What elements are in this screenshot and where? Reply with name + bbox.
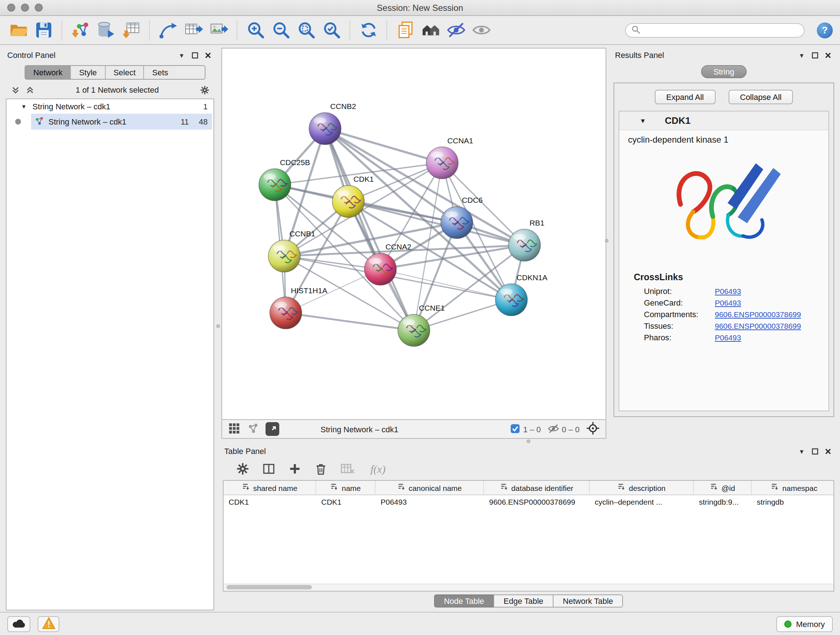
network-file-import-icon (71, 20, 90, 40)
search-input[interactable] (644, 26, 798, 35)
table-row[interactable]: CDK1 CDK1 P06493 9606.ENSP00000378699 cy… (224, 495, 834, 510)
collection-collapse-icon[interactable]: ▼ (21, 103, 27, 110)
memory-button[interactable]: Memory (777, 616, 833, 632)
birdseye-view-icon[interactable] (247, 422, 259, 436)
open-session-button[interactable] (7, 19, 29, 41)
save-session-button[interactable] (33, 19, 54, 41)
column-header-name[interactable]: name (316, 481, 376, 494)
float-panel-button[interactable]: ▾ (797, 446, 807, 456)
collapse-all-button[interactable]: Collapse All (729, 90, 793, 104)
maximize-panel-button[interactable] (189, 50, 200, 60)
crosslink-link[interactable]: P06493 (715, 333, 741, 342)
import-table-button[interactable] (120, 19, 142, 41)
tab-sets[interactable]: Sets (144, 66, 176, 79)
selected-checkbox-icon[interactable] (510, 423, 520, 435)
cloud-status-button[interactable] (7, 616, 30, 632)
tab-node-table[interactable]: Node Table (434, 594, 494, 608)
column-header-namespace[interactable]: namespac (752, 481, 834, 494)
export-image-button[interactable] (208, 19, 229, 41)
network-graph[interactable]: CCNB2CCNA1CDC25BCDK1CDC6RB1CCNB1CCNA2CDK… (222, 49, 606, 419)
cell-shared-name[interactable]: CDK1 (224, 495, 316, 510)
network-collection-row[interactable]: ▼ String Network – cdk1 1 (6, 99, 213, 113)
gene-entry-header[interactable]: ▼ CDK1 (619, 111, 829, 130)
network-list-item[interactable]: String Network – cdk1 11 48 (6, 113, 213, 130)
entry-collapse-icon[interactable]: ▼ (639, 117, 646, 124)
show-columns-icon[interactable] (262, 462, 276, 477)
cell-canonical-name[interactable]: P06493 (376, 495, 484, 510)
detach-view-button[interactable] (265, 422, 279, 436)
maximize-panel-button[interactable] (810, 50, 820, 60)
tab-edge-table[interactable]: Edge Table (493, 594, 554, 608)
horizontal-splitter[interactable] (221, 439, 836, 444)
maximize-panel-button[interactable] (810, 446, 820, 456)
warnings-button[interactable] (38, 616, 59, 632)
export-table-button[interactable] (182, 19, 204, 41)
zoom-fit-button[interactable] (295, 19, 317, 41)
network-node-rb1[interactable]: RB1 (508, 219, 545, 261)
hidden-eye-slash-icon[interactable] (547, 423, 559, 435)
vertical-splitter-handle[interactable] (605, 239, 608, 242)
network-node-cdc25b[interactable]: CDC25B (259, 158, 310, 201)
crosslink-link[interactable]: P06493 (715, 298, 741, 307)
network-node-hist1h1a[interactable]: HIST1H1A (270, 287, 328, 329)
zoom-out-button[interactable] (270, 19, 292, 41)
cell-id[interactable]: stringdb:9... (694, 495, 752, 510)
cell-name[interactable]: CDK1 (316, 495, 376, 510)
zoom-selected-button[interactable] (321, 19, 342, 41)
cell-namespace[interactable]: stringdb (752, 495, 834, 510)
crosslink-link[interactable]: 9606.ENSP00000378699 (715, 321, 801, 330)
tab-network[interactable]: Network (25, 66, 71, 79)
crosslink-link[interactable]: P06493 (715, 287, 741, 295)
horizontal-scrollbar[interactable] (224, 584, 834, 591)
pan-crosshair-button[interactable] (586, 421, 600, 437)
close-panel-button[interactable] (823, 446, 833, 456)
column-header-shared-name[interactable]: shared name (224, 481, 316, 494)
show-graphics-details-button[interactable] (394, 19, 416, 41)
network-edge[interactable] (325, 128, 414, 330)
network-view-canvas[interactable]: CCNB2CCNA1CDC25BCDK1CDC6RB1CCNB1CCNA2CDK… (221, 48, 606, 420)
column-header-id[interactable]: @id (694, 481, 752, 494)
close-window-button[interactable] (7, 4, 15, 11)
column-header-description[interactable]: description (590, 481, 694, 494)
scrollbar-thumb[interactable] (226, 585, 312, 589)
float-panel-button[interactable]: ▾ (177, 50, 187, 60)
apply-preferred-layout-button[interactable] (357, 19, 379, 41)
network-options-gear-icon[interactable] (200, 85, 210, 95)
add-column-icon[interactable] (288, 462, 302, 477)
network-node-cdk1[interactable]: CDK1 (332, 175, 374, 218)
network-node-ccnb2[interactable]: CCNB2 (309, 102, 356, 145)
close-panel-button[interactable] (823, 50, 833, 60)
column-header-database-identifier[interactable]: database identifier (484, 481, 590, 494)
tab-select[interactable]: Select (106, 66, 144, 79)
network-edge[interactable] (286, 313, 414, 330)
tab-style[interactable]: Style (71, 66, 106, 79)
collapse-all-networks-icon[interactable] (25, 85, 35, 95)
network-node-cdkn1a[interactable]: CDKN1A (495, 273, 548, 316)
new-network-from-selection-button[interactable] (157, 19, 179, 41)
close-panel-button[interactable] (202, 50, 213, 60)
float-panel-button[interactable]: ▾ (797, 50, 807, 60)
vertical-splitter-handle[interactable] (216, 325, 220, 328)
welcome-screen-button[interactable] (420, 19, 441, 41)
network-node-ccna1[interactable]: CCNA1 (426, 136, 473, 179)
import-network-from-file-button[interactable] (69, 19, 91, 41)
help-button[interactable]: ? (817, 22, 833, 38)
minimize-window-button[interactable] (21, 4, 29, 11)
function-builder-button[interactable]: f(x) (370, 463, 386, 475)
show-details-button[interactable] (470, 19, 492, 41)
zoom-in-button[interactable] (245, 19, 266, 41)
cell-description[interactable]: cyclin–dependent ... (590, 495, 694, 510)
hide-graphics-details-button[interactable] (445, 19, 467, 41)
zoom-window-button[interactable] (35, 4, 43, 11)
string-results-tab[interactable]: String (701, 65, 747, 78)
cell-database-identifier[interactable]: 9606.ENSP00000378699 (484, 495, 590, 510)
column-header-canonical-name[interactable]: canonical name (376, 481, 484, 494)
crosslink-link[interactable]: 9606.ENSP00000378699 (715, 310, 801, 318)
expand-all-button[interactable]: Expand All (655, 90, 715, 104)
grid-view-icon[interactable] (228, 422, 240, 436)
tab-network-table[interactable]: Network Table (553, 594, 623, 608)
expand-all-networks-icon[interactable] (10, 85, 20, 95)
delete-column-icon[interactable] (314, 462, 328, 477)
import-network-from-database-button[interactable] (95, 19, 117, 41)
table-options-gear-icon[interactable] (236, 462, 249, 477)
